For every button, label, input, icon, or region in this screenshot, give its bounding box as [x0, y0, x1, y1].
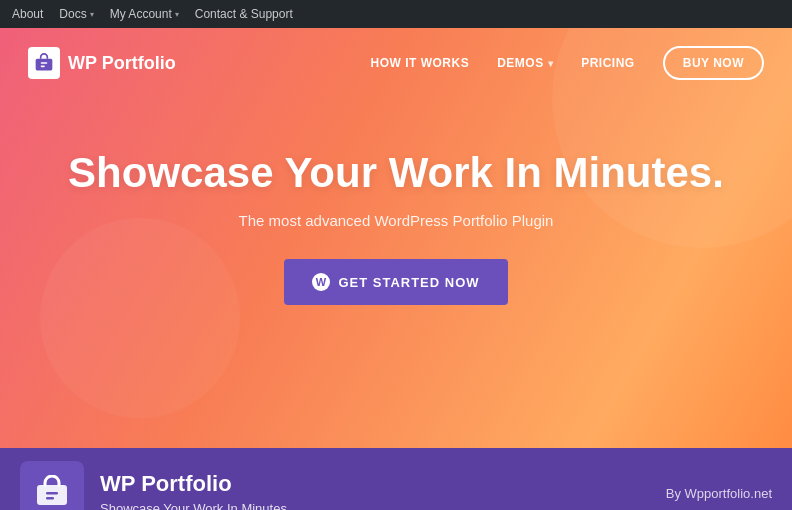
- admin-bar: About Docs ▾ My Account ▾ Contact & Supp…: [0, 0, 792, 28]
- plugin-info: WP Portfolio Showcase Your Work In Minut…: [100, 471, 650, 511]
- logo-text: WP Portfolio: [68, 53, 176, 74]
- svg-rect-2: [41, 66, 45, 68]
- hero-subtitle: The most advanced WordPress Portfolio Pl…: [239, 212, 554, 229]
- svg-rect-3: [37, 485, 67, 505]
- cta-button[interactable]: W GET STARTED NOW: [284, 259, 507, 305]
- site-logo[interactable]: WP Portfolio: [28, 47, 176, 79]
- svg-rect-1: [41, 62, 48, 64]
- admin-bar-docs[interactable]: Docs ▾: [59, 7, 93, 21]
- admin-bar-about[interactable]: About: [12, 7, 43, 21]
- admin-bar-my-account[interactable]: My Account ▾: [110, 7, 179, 21]
- plugin-icon-box: [20, 461, 84, 510]
- plugin-author: By Wpportfolio.net: [666, 486, 772, 501]
- nav-demos[interactable]: DEMOS ▾: [497, 56, 553, 70]
- demos-chevron-icon: ▾: [548, 58, 554, 69]
- wp-logo-icon: W: [312, 273, 330, 291]
- docs-chevron-icon: ▾: [90, 10, 94, 19]
- plugin-info-bar: WP Portfolio Showcase Your Work In Minut…: [0, 448, 792, 510]
- svg-rect-0: [36, 59, 53, 71]
- logo-icon: [28, 47, 60, 79]
- nav-how-it-works[interactable]: HOW IT WORKS: [371, 56, 470, 70]
- my-account-chevron-icon: ▾: [175, 10, 179, 19]
- svg-rect-4: [46, 492, 58, 495]
- cta-label: GET STARTED NOW: [338, 275, 479, 290]
- bg-decoration-2: [40, 218, 240, 418]
- plugin-name: WP Portfolio: [100, 471, 650, 497]
- website-frame: WP Portfolio HOW IT WORKS DEMOS ▾ PRICIN…: [0, 28, 792, 448]
- plugin-tagline: Showcase Your Work In Minutes: [100, 501, 650, 511]
- svg-rect-5: [46, 497, 54, 500]
- admin-bar-contact[interactable]: Contact & Support: [195, 7, 293, 21]
